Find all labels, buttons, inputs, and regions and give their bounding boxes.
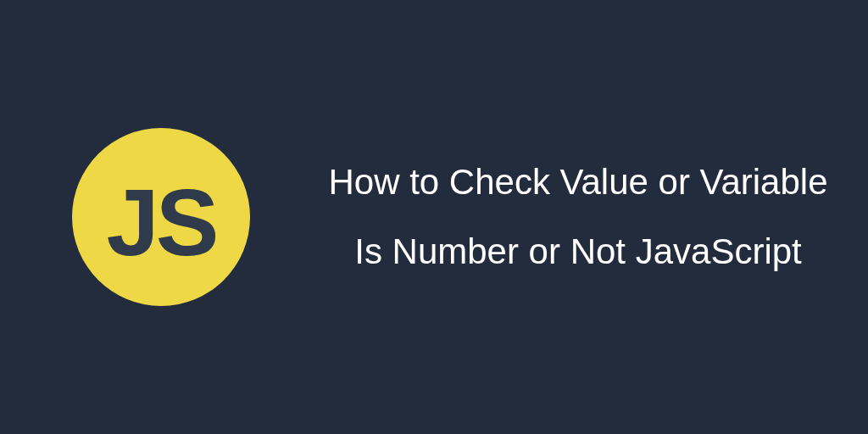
js-logo: JS	[72, 128, 250, 306]
content-area: How to Check Value or Variable Is Number…	[322, 147, 868, 287]
js-logo-text: JS	[107, 168, 216, 277]
logo-area: JS	[0, 128, 322, 306]
page-title: How to Check Value or Variable Is Number…	[322, 147, 834, 287]
